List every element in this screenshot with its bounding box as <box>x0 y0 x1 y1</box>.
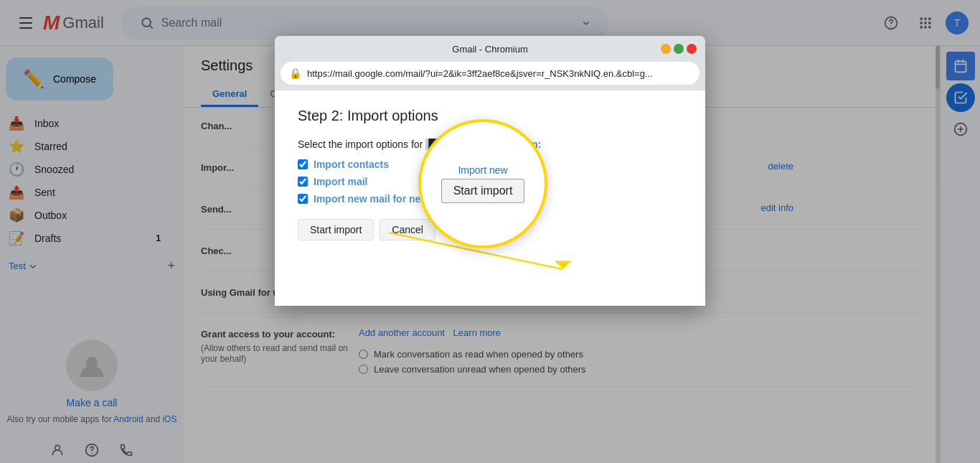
import-contacts-checkbox[interactable] <box>298 159 308 169</box>
minimize-button[interactable] <box>661 44 671 54</box>
import-buttons: Start import Cancel <box>298 219 682 240</box>
import-mail-label: Import mail <box>314 176 367 187</box>
close-button[interactable] <box>687 44 697 54</box>
import-option-mail: Import mail <box>298 176 682 187</box>
modal-overlay: Gmail - Chromium 🔒 https://mail.google.c… <box>0 0 980 463</box>
lock-icon: 🔒 <box>289 67 301 79</box>
import-option-contacts: Import contacts <box>298 159 682 170</box>
dialog-title: Step 2: Import options <box>298 108 682 124</box>
import-intro-text: Select the import options for ███████ @g… <box>298 139 682 150</box>
browser-address-bar: 🔒 https://mail.google.com/mail/?ui=2&ik=… <box>281 62 699 85</box>
address-text[interactable]: https://mail.google.com/mail/?ui=2&ik=3f… <box>307 68 691 79</box>
browser-window: Gmail - Chromium 🔒 https://mail.google.c… <box>275 36 705 306</box>
dialog-content: Step 2: Import options Select the import… <box>275 90 705 306</box>
import-new-mail-label: Import new mail for next 30 days <box>314 193 469 205</box>
browser-window-controls <box>661 44 697 54</box>
import-email-domain: @gmx.com: <box>484 139 542 150</box>
import-new-mail-checkbox[interactable] <box>298 194 308 204</box>
import-email-highlight: ███████ <box>425 139 481 150</box>
browser-window-title: Gmail - Chromium <box>283 44 697 55</box>
start-import-button[interactable]: Start import <box>298 219 374 240</box>
browser-titlebar: Gmail - Chromium <box>275 36 705 62</box>
import-contacts-label: Import contacts <box>314 159 389 170</box>
import-option-new-mail: Import new mail for next 30 days <box>298 193 682 205</box>
restore-button[interactable] <box>674 44 684 54</box>
import-mail-checkbox[interactable] <box>298 177 308 187</box>
cancel-button[interactable]: Cancel <box>380 219 435 240</box>
